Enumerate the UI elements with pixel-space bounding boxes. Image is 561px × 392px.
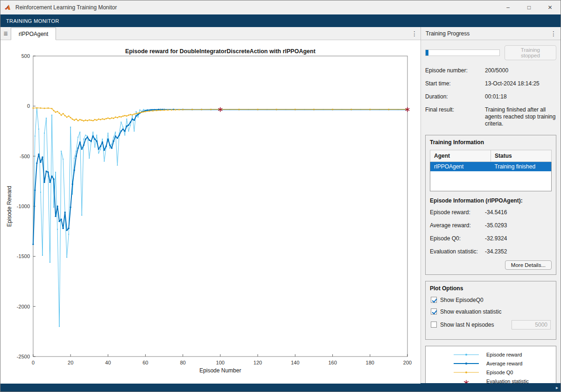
svg-text:140: 140 xyxy=(291,360,299,365)
window-controls: – □ ✕ xyxy=(498,0,561,14)
training-progress-bar xyxy=(425,49,500,56)
legend-label-evaluation-statistic: Evaluation statistic (MeanEpisodeReward) xyxy=(486,378,539,384)
status-bar-expand-icon[interactable]: ▸ xyxy=(556,385,558,390)
svg-text:Episode Number: Episode Number xyxy=(199,367,241,374)
document-actions-icon[interactable]: ⋮ xyxy=(408,28,421,40)
episode-q0-line-icon xyxy=(450,369,483,376)
evaluation-statistic-value: -34.2352 xyxy=(485,248,552,255)
legend-item-average-reward: Average reward xyxy=(426,359,556,368)
training-stopped-button[interactable]: Training stopped xyxy=(505,45,556,60)
episode-q0-value: -32.9324 xyxy=(485,235,552,242)
svg-text:180: 180 xyxy=(366,360,374,365)
episode-q0-label: Episode Q0: xyxy=(430,235,485,242)
maximize-button[interactable]: □ xyxy=(519,0,540,14)
checkbox-row-show-evaluation-statistic[interactable]: Show evaluation statistic xyxy=(431,308,551,315)
episode-reward-label: Episode reward: xyxy=(430,209,485,216)
toolstrip: TRAINING MONITOR xyxy=(0,14,561,27)
plot-options-section: Plot Options Show EpisodeQ0 Show evaluat… xyxy=(425,281,556,340)
status-bar: ▸ xyxy=(0,383,561,392)
more-details-button[interactable]: More Details... xyxy=(505,260,552,270)
svg-text:20: 20 xyxy=(68,360,73,365)
chart-area: Episode reward for DoubleIntegratorDiscr… xyxy=(0,40,421,384)
last-n-episodes-input[interactable] xyxy=(512,320,551,329)
minimize-button[interactable]: – xyxy=(498,0,519,14)
checkbox-row-show-episodeq0[interactable]: Show EpisodeQ0 xyxy=(431,297,551,303)
panel-header: Training Progress ⋮ xyxy=(421,27,561,40)
svg-text:0: 0 xyxy=(27,103,30,109)
app-window: Reinforcement Learning Training Monitor … xyxy=(0,0,561,392)
svg-text:200: 200 xyxy=(403,360,412,365)
svg-text:0: 0 xyxy=(32,360,35,365)
episode-information-title: Episode Information (rlPPOAgent): xyxy=(430,197,552,204)
start-time-label: Start time: xyxy=(425,80,485,87)
show-evaluation-statistic-checkbox[interactable] xyxy=(431,308,437,315)
close-button[interactable]: ✕ xyxy=(540,0,561,14)
table-header-row: Agent Status xyxy=(430,150,552,162)
average-reward-line-icon xyxy=(450,360,483,367)
svg-text:Episode Reward: Episode Reward xyxy=(6,186,13,227)
training-information-section: Training Information Agent Status rlPPOA… xyxy=(425,135,556,275)
title-bar: Reinforcement Learning Training Monitor … xyxy=(0,0,561,14)
progress-row: Training stopped xyxy=(425,45,556,60)
training-information-title: Training Information xyxy=(430,139,552,146)
document-pane: ≣ rlPPOAgent ⋮ Episode reward for Double… xyxy=(0,27,421,383)
window-title: Reinforcement Learning Training Monitor xyxy=(15,4,498,11)
show-episodeq0-label: Show EpisodeQ0 xyxy=(440,297,484,303)
svg-text:60: 60 xyxy=(142,360,148,365)
agent-cell: rlPPOAgent xyxy=(430,162,491,172)
episode-reward-value: -34.5416 xyxy=(485,209,552,216)
svg-text:80: 80 xyxy=(180,360,186,365)
main-area: ≣ rlPPOAgent ⋮ Episode reward for Double… xyxy=(0,27,561,383)
legend-label-episode-reward: Episode reward xyxy=(486,352,522,357)
episode-number-label: Episode number: xyxy=(425,67,485,74)
progress-fill xyxy=(426,50,428,56)
duration-label: Duration: xyxy=(425,93,485,100)
evaluation-statistic-asterisk-icon xyxy=(450,378,483,384)
legend-item-episode-q0: Episode Q0 xyxy=(426,368,556,377)
svg-text:100: 100 xyxy=(216,360,224,365)
column-header-status[interactable]: Status xyxy=(491,150,552,162)
checkbox-row-show-last-n-episodes[interactable]: Show last N episodes xyxy=(431,320,551,329)
average-reward-label: Average reward: xyxy=(430,222,485,229)
svg-text:-2500: -2500 xyxy=(17,354,30,359)
agent-status-table: Agent Status rlPPOAgent Training finishe… xyxy=(430,150,552,191)
document-tab-bar: ≣ rlPPOAgent ⋮ xyxy=(0,27,421,40)
episode-reward-chart: Episode reward for DoubleIntegratorDiscr… xyxy=(0,40,420,384)
show-episodeq0-checkbox[interactable] xyxy=(431,297,437,303)
legend-label-average-reward: Average reward xyxy=(486,361,522,366)
start-time-value: 13-Oct-2024 18:14:25 xyxy=(485,80,556,87)
panel-body: Training stopped Episode number: 200/500… xyxy=(421,40,561,383)
tab-rlppoagent[interactable]: rlPPOAgent xyxy=(11,28,56,40)
tab-training-monitor[interactable]: TRAINING MONITOR xyxy=(6,18,59,24)
evaluation-statistic-label: Evaluation statistic: xyxy=(430,248,485,255)
episode-number-value: 200/5000 xyxy=(485,67,556,74)
legend-label-episode-q0: Episode Q0 xyxy=(486,370,513,375)
panel-title: Training Progress xyxy=(426,30,470,37)
svg-text:160: 160 xyxy=(328,360,337,365)
table-row-rlppoagent[interactable]: rlPPOAgent Training finished xyxy=(430,162,552,172)
episode-reward-line-icon xyxy=(450,351,483,358)
matlab-logo-icon xyxy=(4,4,13,11)
show-last-n-episodes-label: Show last N episodes xyxy=(440,322,494,328)
episode-information-fields: Episode reward: -34.5416 Average reward:… xyxy=(430,209,552,255)
show-evaluation-statistic-label: Show evaluation statistic xyxy=(440,308,501,315)
training-progress-panel: Training Progress ⋮ Training stopped Epi… xyxy=(421,27,561,383)
svg-text:120: 120 xyxy=(253,360,262,365)
svg-text:-2000: -2000 xyxy=(17,304,30,309)
svg-text:500: 500 xyxy=(21,53,30,59)
final-result-value: Training finished after all agents reach… xyxy=(485,106,556,127)
status-cell: Training finished xyxy=(491,162,552,172)
legend-item-episode-reward: Episode reward xyxy=(426,350,556,359)
svg-text:-1000: -1000 xyxy=(17,203,30,209)
summary-fields: Episode number: 200/5000 Start time: 13-… xyxy=(425,67,556,127)
legend-item-evaluation-statistic: Evaluation statistic (MeanEpisodeReward) xyxy=(426,378,556,384)
panel-actions-icon[interactable]: ⋮ xyxy=(547,28,560,40)
document-bar-menu-icon[interactable]: ≣ xyxy=(0,28,11,40)
svg-text:-1500: -1500 xyxy=(17,253,30,259)
show-last-n-episodes-checkbox[interactable] xyxy=(431,322,437,328)
more-details-row: More Details... xyxy=(430,260,552,270)
column-header-agent[interactable]: Agent xyxy=(430,150,491,162)
chart-legend: Episode reward Average reward xyxy=(425,346,556,384)
svg-text:-500: -500 xyxy=(20,154,30,159)
final-result-label: Final result: xyxy=(425,106,485,127)
